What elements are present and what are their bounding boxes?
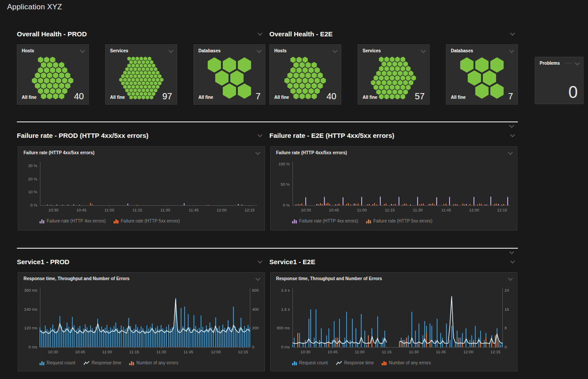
legend-label: Failure rate (HTTP 5xx errors) bbox=[121, 219, 180, 223]
chart-title: Failure rate (HTTP 4xx/5xx errors) bbox=[24, 150, 95, 155]
legend-item[interactable]: Request count bbox=[292, 360, 328, 365]
chevron-down-icon[interactable] bbox=[258, 31, 262, 36]
chevron-down-icon[interactable] bbox=[256, 277, 260, 281]
service1-prod-card: Response time, Throughput and Number of … bbox=[18, 272, 265, 371]
bar-series-icon bbox=[39, 219, 44, 223]
chevron-down-icon[interactable] bbox=[510, 133, 515, 137]
tile-status: All fine bbox=[110, 95, 125, 102]
service1-prod-chart-canvas[interactable] bbox=[20, 285, 263, 358]
chevron-down-icon[interactable] bbox=[575, 61, 580, 66]
tile-header: Databases bbox=[198, 48, 261, 53]
legend-label: Failure rate (HTTP 4xx errors) bbox=[299, 219, 358, 223]
tile-header: Hosts bbox=[22, 48, 85, 53]
chart-title: Failure rate (HTTP 4xx/5xx errors) bbox=[276, 150, 347, 155]
tile-title: Services bbox=[110, 48, 128, 53]
health-tile-hosts[interactable]: HostsAll fine40 bbox=[17, 44, 89, 105]
tile-status: All fine bbox=[198, 95, 213, 102]
chevron-down-icon[interactable] bbox=[510, 31, 515, 36]
section-header-service1-prod: Service1 - PROD bbox=[17, 257, 262, 266]
legend-label: Response time bbox=[344, 360, 374, 365]
chevron-down-icon[interactable] bbox=[509, 124, 514, 128]
legend-item[interactable]: Failure rate (HTTP 5xx errors) bbox=[366, 219, 432, 223]
legend-item[interactable]: Number of any errors bbox=[129, 360, 178, 365]
section-header-failure-prod: Failure rate - PROD (HTTP 4xx/5xx errors… bbox=[17, 131, 262, 140]
chevron-down-icon[interactable] bbox=[421, 49, 426, 53]
legend-item[interactable]: Failure rate (HTTP 4xx errors) bbox=[292, 219, 358, 223]
chevron-down-icon[interactable] bbox=[508, 277, 513, 281]
legend-label: Failure rate (HTTP 5xx errors) bbox=[373, 219, 432, 223]
tile-title: Databases bbox=[451, 48, 473, 53]
chevron-down-icon[interactable] bbox=[509, 250, 514, 254]
tile-count: 40 bbox=[327, 91, 336, 102]
tile-title: Databases bbox=[198, 48, 221, 53]
chevron-down-icon[interactable] bbox=[256, 151, 260, 155]
tile-title: Hosts bbox=[274, 48, 287, 53]
section-title: Service1 - E2E bbox=[269, 258, 315, 266]
legend-item[interactable]: Failure rate (HTTP 5xx errors) bbox=[114, 219, 180, 223]
tile-title: Services bbox=[363, 48, 381, 53]
health-tile-databases[interactable]: DatabasesAll fine7 bbox=[193, 44, 265, 105]
section-divider bbox=[17, 121, 518, 122]
bar-series-icon bbox=[292, 219, 297, 223]
problems-tile[interactable]: Problems 0 bbox=[535, 57, 584, 104]
line-series-icon bbox=[83, 361, 90, 365]
tile-status: All fine bbox=[363, 95, 377, 102]
tile-footer: All fine97 bbox=[110, 91, 172, 102]
legend-label: Number of any errors bbox=[389, 360, 430, 365]
legend-label: Number of any errors bbox=[136, 360, 178, 365]
health-tiles-e2e: HostsAll fine40ServicesAll fine57Databas… bbox=[269, 44, 518, 105]
bar-series-icon bbox=[39, 361, 44, 365]
failure-rate-prod-chart-canvas[interactable] bbox=[20, 159, 263, 216]
tile-title: Hosts bbox=[22, 48, 34, 53]
legend-item[interactable]: Request count bbox=[39, 360, 75, 365]
chevron-down-icon[interactable] bbox=[258, 259, 262, 264]
legend-item[interactable]: Failure rate (HTTP 4xx errors) bbox=[39, 219, 106, 223]
tile-header: Services bbox=[363, 48, 426, 53]
legend-label: Request count bbox=[299, 360, 328, 365]
chart-legend: Failure rate (HTTP 4xx errors)Failure ra… bbox=[39, 219, 180, 223]
service1-e2e-card: Response time, Throughput and Number of … bbox=[270, 272, 517, 371]
chart-legend: Request countResponse timeNumber of any … bbox=[39, 360, 178, 365]
chevron-down-icon[interactable] bbox=[509, 49, 514, 53]
bar-series-icon bbox=[382, 361, 387, 365]
service1-e2e-chart-canvas[interactable] bbox=[272, 285, 516, 358]
tile-header: Services bbox=[110, 48, 173, 53]
chevron-down-icon[interactable] bbox=[80, 49, 85, 53]
chevron-down-icon[interactable] bbox=[258, 133, 262, 137]
section-header-failure-e2e: Failure rate - E2E (HTTP 4xx/5xx errors) bbox=[269, 131, 515, 140]
bar-series-icon bbox=[292, 361, 297, 365]
legend-label: Failure rate (HTTP 4xx errors) bbox=[47, 219, 106, 223]
section-title: Failure rate - PROD (HTTP 4xx/5xx errors… bbox=[17, 132, 149, 139]
bar-series-icon bbox=[129, 361, 134, 365]
bar-series-icon bbox=[366, 219, 371, 223]
tile-header: Problems bbox=[540, 61, 580, 66]
chevron-down-icon[interactable] bbox=[510, 259, 515, 264]
tile-title: Problems bbox=[540, 61, 560, 66]
tile-count: 97 bbox=[162, 91, 172, 102]
legend-item[interactable]: Number of any errors bbox=[382, 360, 430, 365]
tile-status: All fine bbox=[22, 95, 36, 102]
chart-title: Response time, Throughput and Number of … bbox=[276, 276, 382, 281]
section-title: Failure rate - E2E (HTTP 4xx/5xx errors) bbox=[269, 132, 395, 139]
tile-footer: All fine57 bbox=[363, 91, 425, 102]
bar-series-icon bbox=[114, 219, 118, 223]
failure-rate-e2e-card: Failure rate (HTTP 4xx/5xx errors) Failu… bbox=[270, 146, 517, 231]
health-tile-services[interactable]: ServicesAll fine97 bbox=[105, 44, 177, 105]
tile-header: Databases bbox=[451, 48, 514, 53]
legend-item[interactable]: Response time bbox=[336, 360, 374, 365]
health-tile-services[interactable]: ServicesAll fine57 bbox=[358, 44, 430, 105]
line-series-icon bbox=[336, 361, 342, 365]
health-tiles-prod: HostsAll fine40ServicesAll fine97Databas… bbox=[17, 44, 265, 105]
chevron-down-icon[interactable] bbox=[508, 151, 513, 155]
section-title: Overall Health - E2E bbox=[269, 30, 333, 38]
legend-item[interactable]: Response time bbox=[83, 360, 122, 365]
chevron-down-icon[interactable] bbox=[169, 49, 173, 53]
health-tile-hosts[interactable]: HostsAll fine40 bbox=[269, 44, 341, 105]
chevron-down-icon[interactable] bbox=[257, 49, 261, 53]
health-tile-databases[interactable]: DatabasesAll fine7 bbox=[446, 44, 518, 105]
tile-header: Hosts bbox=[274, 48, 337, 53]
failure-rate-e2e-chart-canvas[interactable] bbox=[272, 159, 516, 216]
chevron-down-icon[interactable] bbox=[333, 49, 337, 53]
chart-title: Response time, Throughput and Number of … bbox=[24, 276, 130, 281]
page-title: Application XYZ bbox=[7, 3, 62, 12]
